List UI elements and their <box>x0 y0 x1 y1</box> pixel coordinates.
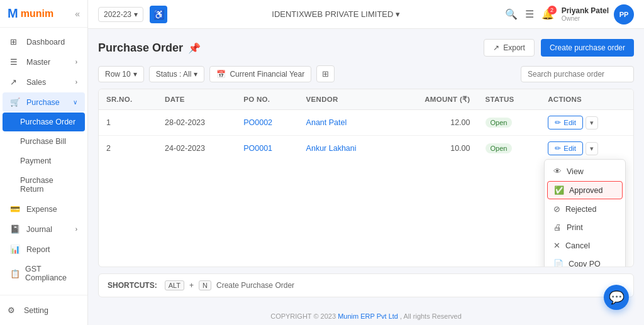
sidebar-item-setting[interactable]: ⚙ Setting <box>8 302 80 319</box>
dropdown-item-copy-po[interactable]: 📄 Copy PO <box>545 255 625 267</box>
chevron-down-icon: ▾ <box>194 70 197 79</box>
calendar-icon: 📅 <box>216 70 226 79</box>
chevron-right-icon: › <box>75 79 77 85</box>
create-label: Create purchase order <box>550 43 625 52</box>
footer: COPYRIGHT © 2023 Munim ERP Pvt Ltd , All… <box>88 307 644 325</box>
footer-link[interactable]: Munim ERP Pvt Ltd <box>338 312 398 320</box>
dropdown-item-cancel[interactable]: ✕ Cancel <box>545 236 625 255</box>
key-plus: + <box>189 281 194 290</box>
filters-bar: Row 10 ▾ Status : All ▾ 📅 Current Financ… <box>98 65 634 82</box>
search-input[interactable] <box>521 66 634 82</box>
edit-button[interactable]: ✏ Edit <box>548 116 583 129</box>
sidebar-item-label: Dashboard <box>26 38 65 47</box>
cell-pono: PO0001 <box>236 136 298 162</box>
dropdown-item-print[interactable]: 🖨 Print <box>545 218 625 236</box>
search-icon[interactable]: 🔍 <box>505 8 518 20</box>
sidebar-item-label: Sales <box>26 78 46 87</box>
cell-amount: 12.00 <box>391 110 477 136</box>
header-actions: ↗ Export Create purchase order <box>484 39 634 57</box>
year-selector[interactable]: 2022-23 ▾ <box>98 7 143 22</box>
user-info: Priyank Patel Owner PP <box>562 4 634 25</box>
vendor-link[interactable]: Anant Patel <box>306 118 347 127</box>
shortcut-action: Create Purchase Order <box>216 281 294 290</box>
sidebar-item-sales[interactable]: ↗ Sales › <box>3 72 85 92</box>
user-avatar[interactable]: PP <box>614 4 634 25</box>
actions-cell: ✏ Edit ▾ 👁 View <box>548 141 626 155</box>
gst-icon: 📋 <box>10 269 20 278</box>
chevron-down-icon: ∨ <box>73 99 77 106</box>
cell-status: Open <box>478 110 541 136</box>
sidebar-logo: M munim « <box>0 0 87 28</box>
fab-chat[interactable]: 💬 <box>604 285 629 310</box>
chevron-right-icon: › <box>75 226 77 233</box>
sidebar-item-purchase-return[interactable]: Purchase Return <box>3 171 85 199</box>
menu-icon[interactable]: ☰ <box>525 8 534 20</box>
cancel-icon: ✕ <box>553 241 560 250</box>
row-filter[interactable]: Row 10 ▾ <box>98 66 144 82</box>
edit-button[interactable]: ✏ Edit <box>548 141 583 155</box>
sidebar-navigation: ⊞ Dashboard ☰ Master › ↗ Sales › 🛒 Purch… <box>0 28 87 295</box>
logo-name: munim <box>21 8 53 19</box>
sidebar-item-report[interactable]: 📊 Report <box>3 240 85 259</box>
purchase-icon: 🛒 <box>10 97 21 107</box>
sidebar-item-label: Purchase Order <box>20 118 75 126</box>
col-pono: PO NO. <box>236 89 298 110</box>
sidebar-footer: ⚙ Setting <box>0 295 87 325</box>
table-row: 1 28-02-2023 PO0002 Anant Patel 12.00 Op… <box>99 110 633 136</box>
col-actions: ACTIONS <box>540 89 633 110</box>
sidebar-item-label: Purchase Return <box>20 176 77 194</box>
create-purchase-order-button[interactable]: Create purchase order <box>541 39 634 57</box>
page-title-text: Purchase Order <box>98 41 183 55</box>
sidebar-footer-label: Setting <box>24 306 48 315</box>
actions-cell: ✏ Edit ▾ <box>548 116 626 129</box>
edit-label: Edit <box>564 145 576 152</box>
more-actions-button[interactable]: ▾ <box>586 142 598 155</box>
journal-icon: 📓 <box>10 224 21 234</box>
sidebar-item-journal[interactable]: 📓 Journal › <box>3 219 85 239</box>
sidebar-item-master[interactable]: ☰ Master › <box>3 52 85 72</box>
status-filter[interactable]: Status : All ▾ <box>149 66 205 82</box>
col-vendor: VENDOR <box>299 89 392 110</box>
po-link[interactable]: PO0001 <box>243 144 272 153</box>
accessibility-button[interactable]: ♿ <box>150 6 167 23</box>
sidebar-item-purchase[interactable]: 🛒 Purchase ∨ <box>3 92 85 112</box>
date-filter[interactable]: 📅 Current Financial Year <box>209 66 311 82</box>
user-role: Owner <box>562 15 609 22</box>
company-selector[interactable]: IDENTIXWEB PRIVATE LIMITED ▾ <box>174 9 499 19</box>
cell-amount: 10.00 <box>391 136 477 162</box>
sidebar-item-purchase-order[interactable]: Purchase Order <box>3 113 85 131</box>
setting-icon: ⚙ <box>8 306 19 315</box>
pin-icon[interactable]: 📌 <box>188 42 201 54</box>
dropdown-item-rejected[interactable]: ⊘ Rejected <box>545 200 625 218</box>
grid-view-button[interactable]: ⊞ <box>316 65 335 82</box>
sidebar-item-expense[interactable]: 💳 Expense <box>3 199 85 219</box>
col-srno: SR.NO. <box>99 89 157 110</box>
more-actions-button[interactable]: ▾ <box>586 116 598 129</box>
status-badge: Open <box>486 118 513 128</box>
topbar: 2022-23 ▾ ♿ IDENTIXWEB PRIVATE LIMITED ▾… <box>88 0 644 29</box>
export-button[interactable]: ↗ Export <box>484 39 535 57</box>
vendor-link[interactable]: Ankur Lakhani <box>306 144 357 153</box>
sidebar-item-gst[interactable]: 📋 GST Compliance <box>3 260 85 287</box>
edit-icon: ✏ <box>555 144 561 153</box>
status-filter-label: Status : All <box>156 70 192 79</box>
notification-badge: 2 <box>548 6 557 14</box>
col-status: STATUS <box>478 89 541 110</box>
sidebar-item-dashboard[interactable]: ⊞ Dashboard <box>3 32 85 52</box>
cell-actions: ✏ Edit ▾ 👁 View <box>540 136 633 162</box>
dropdown-item-view[interactable]: 👁 View <box>545 162 625 180</box>
sidebar-item-purchase-bill[interactable]: Purchase Bill <box>3 132 85 151</box>
copy-icon: 📄 <box>553 259 564 267</box>
dropdown-item-label: Rejected <box>565 205 596 214</box>
sidebar-item-payment[interactable]: Payment <box>3 151 85 170</box>
company-name-text: IDENTIXWEB PRIVATE LIMITED <box>272 9 393 19</box>
key-alt: ALT <box>165 280 184 290</box>
po-link[interactable]: PO0002 <box>243 118 272 127</box>
key-n: N <box>199 280 211 290</box>
collapse-button[interactable]: « <box>75 9 80 19</box>
chevron-down-icon: ▾ <box>133 70 137 79</box>
notification-icon[interactable]: 🔔 2 <box>541 8 554 20</box>
sidebar-item-label: Report <box>26 245 50 254</box>
page-header: Purchase Order 📌 ↗ Export Create purchas… <box>98 39 634 57</box>
dropdown-item-approved[interactable]: ✅ Approved <box>547 181 623 199</box>
